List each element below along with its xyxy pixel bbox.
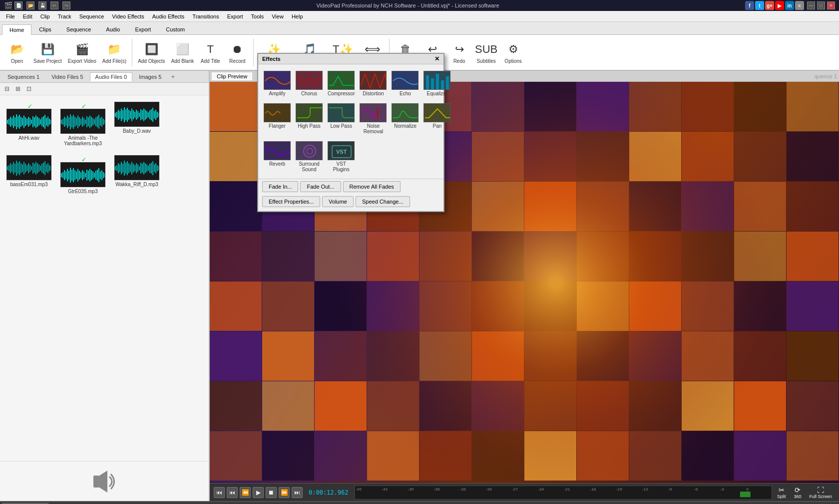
- add-blank-tool-btn[interactable]: ⬜Add Blank: [169, 37, 197, 68]
- svg-rect-170: [136, 163, 137, 173]
- prev-frame-btn[interactable]: ⏮: [227, 487, 238, 498]
- effect-label-amplify: Amplify: [269, 91, 286, 96]
- panel-tab-images[interactable]: Images 5: [133, 72, 167, 81]
- filename-4: GtrE035.mp3: [68, 189, 97, 194]
- audio-file-5[interactable]: Wakka_Riff_D.mp3: [112, 153, 162, 197]
- minimize-btn[interactable]: —: [807, 1, 815, 9]
- menu-export[interactable]: Export: [223, 12, 247, 20]
- play-pause-btn[interactable]: ▶: [253, 487, 264, 498]
- ribbon-tab-audio[interactable]: Audio: [98, 24, 127, 34]
- options-icon: ⚙: [505, 41, 521, 57]
- open-btn[interactable]: 📂: [26, 1, 34, 9]
- fullscreen-btn[interactable]: ⛶ Full Screen: [806, 485, 835, 500]
- effect-flanger[interactable]: Flanger: [262, 101, 292, 137]
- redo-tool-btn[interactable]: ↪Redo: [446, 37, 472, 68]
- save-project-tool-btn[interactable]: 💾Save Project: [31, 37, 64, 68]
- ribbon-tab-clips[interactable]: Clips: [31, 24, 58, 34]
- ribbon-tab-export[interactable]: Export: [127, 24, 158, 34]
- menu-clip[interactable]: Clip: [36, 12, 54, 20]
- effect-pan[interactable]: Pan: [422, 101, 452, 137]
- audio-file-2[interactable]: Baby_D.wav: [112, 99, 162, 149]
- export-video-tool-btn[interactable]: 🎬Export Video: [65, 37, 99, 68]
- effect-compressor[interactable]: Compressor: [326, 68, 356, 99]
- svg-rect-184: [157, 165, 158, 171]
- menu-tools[interactable]: Tools: [247, 12, 268, 20]
- panel-tab-sequences[interactable]: Sequences 1: [2, 72, 45, 81]
- maximize-btn[interactable]: □: [817, 1, 825, 9]
- undo-btn-title[interactable]: ↩: [50, 1, 58, 9]
- effect-surround-sound[interactable]: Surround Sound: [294, 139, 324, 175]
- rewind-btn[interactable]: ⏪: [240, 487, 251, 498]
- menu-track[interactable]: Track: [54, 12, 75, 20]
- audio-file-4[interactable]: ✓GtrE035.mp3: [58, 153, 108, 197]
- redo-btn-title[interactable]: ↪: [62, 1, 70, 9]
- effect-chorus[interactable]: Chorus: [294, 68, 324, 99]
- open-tool-btn[interactable]: 📂Open: [4, 37, 30, 68]
- social-yt[interactable]: ▶: [775, 1, 784, 10]
- effect-reverb[interactable]: Reverb: [262, 139, 292, 175]
- svg-rect-4: [11, 118, 12, 126]
- effect-properties-btn[interactable]: Effect Properties...: [262, 196, 320, 207]
- add-files-tool-btn[interactable]: 📁Add File(s): [100, 37, 129, 68]
- go-to-start-btn[interactable]: ⏮: [214, 487, 225, 498]
- audio-file-1[interactable]: ✓Animals -The Yardbarkers.mp3: [58, 99, 108, 149]
- social-more[interactable]: ≡: [795, 1, 804, 10]
- add-title-tool-btn[interactable]: TAdd Title: [197, 37, 223, 68]
- ribbon-tab-home[interactable]: Home: [2, 24, 31, 35]
- effect-low-pass[interactable]: Low Pass: [326, 101, 356, 137]
- effect-amplify[interactable]: Amplify: [262, 68, 292, 99]
- svg-rect-20: [35, 116, 36, 128]
- effect-equalizer[interactable]: Equalizer: [422, 68, 452, 99]
- ribbon-tab-custom[interactable]: Custom: [158, 24, 192, 34]
- volume-btn[interactable]: Volume: [322, 196, 354, 207]
- speed-change-btn[interactable]: Speed Change...: [356, 196, 410, 207]
- grid-view-btn[interactable]: ⊞: [13, 84, 23, 94]
- panel-tab-video-files[interactable]: Video Files 5: [46, 72, 88, 81]
- fade-out-btn[interactable]: Fade Out...: [300, 181, 341, 192]
- social-gp[interactable]: g+: [765, 1, 774, 10]
- fade-in-btn[interactable]: Fade In...: [262, 181, 298, 192]
- menu-audio-effects[interactable]: Audio Effects: [148, 12, 189, 20]
- menu-edit[interactable]: Edit: [19, 12, 36, 20]
- close-btn[interactable]: ✕: [827, 1, 835, 9]
- remove-fades-btn[interactable]: Remove All Fades: [343, 181, 401, 192]
- new-btn[interactable]: 📄: [14, 1, 22, 9]
- 360-btn[interactable]: ⟳ 360: [791, 485, 804, 500]
- menu-sequence[interactable]: Sequence: [75, 12, 108, 20]
- effect-high-pass[interactable]: High Pass: [294, 101, 324, 137]
- social-li[interactable]: in: [785, 1, 794, 10]
- menu-view[interactable]: View: [268, 12, 288, 20]
- options-tool-btn[interactable]: ⚙Options: [500, 37, 526, 68]
- social-tw[interactable]: t: [755, 1, 764, 10]
- list-view-btn[interactable]: ⊟: [2, 84, 12, 94]
- ribbon-tab-sequence[interactable]: Sequence: [59, 24, 99, 34]
- menu-file[interactable]: File: [2, 12, 19, 20]
- menu-transitions[interactable]: Transitions: [188, 12, 223, 20]
- social-fb[interactable]: f: [745, 1, 754, 10]
- audio-file-0[interactable]: ✓AhHi.wav: [4, 99, 54, 149]
- settings-view-btn[interactable]: ⊡: [24, 84, 34, 94]
- save-btn-title[interactable]: 💾: [38, 1, 46, 9]
- add-objects-tool-btn[interactable]: 🔲Add Objects: [135, 37, 167, 68]
- effect-normalize[interactable]: Normalize: [390, 101, 420, 137]
- effect-vst-plugins[interactable]: VSTVST Plugins: [326, 139, 356, 175]
- svg-rect-58: [100, 118, 101, 126]
- menu-help[interactable]: Help: [288, 12, 307, 20]
- audio-file-3[interactable]: bassEm031.mp3: [4, 153, 54, 197]
- split-btn[interactable]: ✂ Split: [774, 485, 789, 500]
- go-to-end-btn[interactable]: ⏭: [292, 487, 303, 498]
- panel-tab-audio-files[interactable]: Audio Files 0: [90, 72, 133, 81]
- panel-tab-add[interactable]: +: [168, 72, 178, 81]
- effect-echo[interactable]: Echo: [390, 68, 420, 99]
- svg-text:-9: -9: [668, 487, 672, 491]
- record-tool-btn[interactable]: ⏺Record: [224, 37, 250, 68]
- effect-distortion[interactable]: Distortion: [358, 68, 388, 99]
- stop-btn[interactable]: ⏹: [266, 487, 277, 498]
- fast-forward-btn[interactable]: ⏩: [279, 487, 290, 498]
- menu-video-effects[interactable]: Video Effects: [108, 12, 148, 20]
- effect-noise-removal[interactable]: Noise Removal: [358, 101, 388, 137]
- subtitles-tool-btn[interactable]: SUBSubtitles: [473, 37, 499, 68]
- clip-preview-tab[interactable]: Clip Preview: [212, 72, 252, 80]
- effects-close-btn[interactable]: ✕: [434, 55, 439, 62]
- svg-rect-125: [61, 173, 62, 177]
